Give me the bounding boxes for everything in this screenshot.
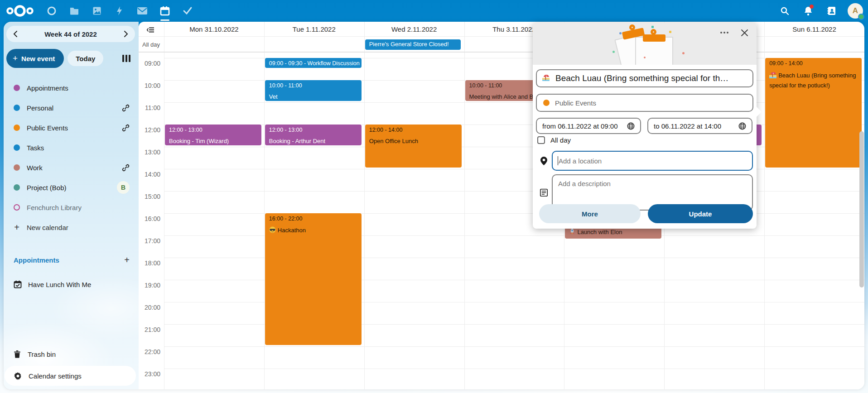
calendar-color-dot — [14, 204, 20, 211]
calendar-color-dot — [14, 105, 20, 111]
timezone-globe-icon — [627, 122, 635, 130]
sidebar-calendar-personal[interactable]: Personal — [7, 100, 135, 116]
view-columns-icon[interactable] — [122, 55, 130, 62]
calendar-color-dot — [543, 100, 550, 106]
calendar-event[interactable]: 12:00 - 14:00Open Office Lunch — [365, 125, 462, 168]
hour-label: 19:00 — [139, 282, 160, 289]
more-actions-icon[interactable] — [718, 28, 731, 38]
photos-icon[interactable] — [87, 0, 107, 22]
hour-label: 21:00 — [139, 326, 160, 333]
calendar-sidebar: Week 44 of 2022 +New event Today Appoint… — [4, 22, 139, 389]
nextcloud-calendar-app: { "topbar": { "apps": ["dashboard","file… — [0, 0, 868, 393]
previous-week-button[interactable] — [9, 28, 22, 40]
hour-label: 18:00 — [139, 259, 160, 267]
hour-label: 14:00 — [139, 171, 160, 178]
week-label[interactable]: Week 44 of 2022 — [44, 30, 97, 38]
status-online-dot — [858, 14, 864, 20]
hour-label: 16:00 — [139, 215, 160, 222]
event-title-input[interactable]: Beach Luau (Bring something special for … — [536, 69, 753, 87]
appointments-section-title: Appointments — [14, 256, 59, 264]
vertical-scrollbar[interactable] — [859, 131, 864, 288]
calendar-color-dot — [14, 125, 20, 131]
calendar-event[interactable]: 12:00 - 13:00Booking - Arthur Dent — [265, 125, 362, 145]
hour-line — [164, 191, 864, 192]
dashboard-icon[interactable] — [42, 0, 62, 22]
day-header: Tue 1.11.2022 — [264, 22, 364, 36]
hour-label: 10:00 — [139, 82, 160, 89]
hour-label: 20:00 — [139, 304, 160, 311]
hour-label: 17:00 — [139, 237, 160, 244]
hour-label: 22:00 — [139, 348, 160, 355]
sidebar-calendar-appointments[interactable]: Appointments — [7, 80, 135, 96]
text-cursor — [558, 156, 558, 165]
sidebar-calendar-tasks[interactable]: Tasks — [7, 139, 135, 156]
user-avatar[interactable]: A — [845, 0, 865, 22]
share-link-icon[interactable] — [122, 104, 130, 112]
start-datetime-input[interactable]: from 06.11.2022 at 09:00 — [536, 118, 641, 134]
calendar-list: AppointmentsPersonalPublic EventsTasksWo… — [4, 80, 139, 235]
tasks-icon[interactable] — [178, 0, 198, 22]
update-button[interactable]: Update — [648, 204, 753, 223]
calendar-event[interactable]: 09:00 - 09:30 - Workflow Discussion — [265, 58, 362, 68]
calendar-name: Appointments — [27, 84, 68, 92]
notifications-bell-icon[interactable] — [798, 0, 818, 22]
location-input[interactable]: Add a location — [552, 151, 753, 171]
calendar-name: Work — [27, 164, 43, 172]
files-icon[interactable] — [64, 0, 84, 22]
calendar-picker[interactable]: Public Events — [536, 94, 753, 112]
location-pin-icon — [539, 157, 548, 167]
sunglasses-emoji-icon — [269, 226, 276, 235]
sidebar-calendar-public-events[interactable]: Public Events — [7, 120, 135, 136]
share-link-icon[interactable] — [122, 124, 130, 132]
sidebar-calendar-work[interactable]: Work — [7, 159, 135, 176]
appointment-config-item[interactable]: Have Lunch With Me — [7, 276, 135, 292]
trash-icon — [14, 350, 20, 358]
calendar-name: Tasks — [27, 144, 44, 152]
calendar-event[interactable]: 12:00 - 13:00Booking - Tim (Wizard) — [165, 125, 261, 145]
hour-label: 13:00 — [139, 149, 160, 156]
activity-icon[interactable] — [110, 0, 130, 22]
day-header: Sun 6.11.2022 — [764, 22, 864, 36]
new-event-button[interactable]: +New event — [6, 49, 64, 68]
nextcloud-logo[interactable] — [5, 0, 34, 22]
new-calendar-button[interactable]: +New calendar — [7, 219, 135, 235]
all-day-checkbox[interactable]: All day — [537, 136, 571, 144]
more-button[interactable]: More — [539, 204, 641, 223]
contacts-icon[interactable] — [822, 0, 842, 22]
calendar-app-icon[interactable] — [155, 0, 175, 22]
hour-label: 11:00 — [139, 104, 160, 111]
hour-line — [164, 169, 864, 169]
today-button[interactable]: Today — [68, 51, 103, 66]
hour-line — [164, 369, 864, 369]
close-icon[interactable] — [738, 26, 751, 39]
calendar-event[interactable]: 16:00 - 22:00Hackathon — [265, 213, 362, 345]
all-day-label: All day — [142, 41, 160, 48]
top-bar: A — [0, 0, 868, 22]
collapse-weekend-icon[interactable] — [147, 26, 154, 34]
end-datetime-input[interactable]: to 06.11.2022 at 14:00 — [647, 118, 752, 134]
sidebar-calendar-fenchurch-library[interactable]: Fenchurch Library — [7, 199, 135, 216]
next-week-button[interactable] — [120, 28, 132, 40]
mail-icon[interactable] — [132, 0, 152, 22]
day-header: Wed 2.11.2022 — [364, 22, 464, 36]
popup-arrow — [757, 107, 762, 117]
share-link-icon[interactable] — [122, 164, 130, 172]
hour-line — [164, 147, 864, 147]
calendar-name: Project (Bob) — [27, 184, 67, 192]
calendar-event[interactable]: 09:00 - 14:00Beach Luau (Bring something… — [765, 58, 862, 168]
search-icon[interactable] — [775, 0, 795, 22]
calendar-name: Public Events — [27, 124, 68, 132]
calendar-settings-button[interactable]: Calendar settings — [5, 366, 136, 386]
sidebar-calendar-project-bob-[interactable]: Project (Bob)B — [7, 179, 135, 196]
hour-label: 09:00 — [139, 60, 160, 67]
calendar-event[interactable]: 10:00 - 11:00Vet — [265, 80, 362, 101]
all-day-event[interactable]: Pierre's General Store Closed! — [365, 39, 461, 50]
hour-label: 12:00 — [139, 126, 160, 134]
beach-emoji-icon — [542, 73, 550, 83]
hour-label: 15:00 — [139, 193, 160, 200]
trash-bin-item[interactable]: Trash bin — [7, 346, 135, 362]
calendar-color-dot — [14, 85, 20, 91]
beach-emoji-icon — [769, 72, 776, 81]
day-header: Mon 31.10.2022 — [164, 22, 264, 36]
add-appointment-config-button[interactable]: + — [124, 255, 130, 265]
